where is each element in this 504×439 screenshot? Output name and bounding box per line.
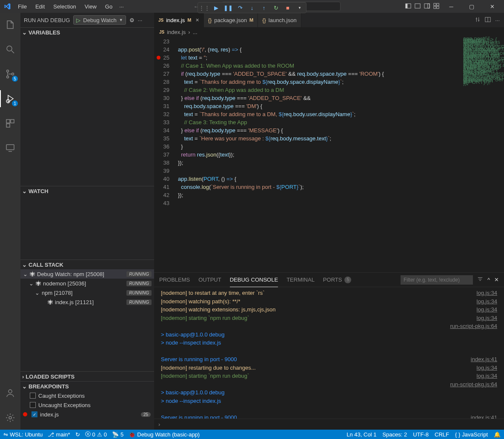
tab-launch-json[interactable]: {}launch.json (258, 13, 301, 27)
close-button[interactable]: ✕ (484, 0, 501, 13)
debug-toolbar-chevron-down-icon[interactable]: ▼ (296, 4, 304, 11)
ports-indicator[interactable]: 📡5 (112, 431, 123, 438)
extensions-icon[interactable] (0, 115, 20, 132)
gear-icon[interactable]: ⚙ (129, 17, 135, 23)
notifications-icon[interactable]: 🔔 (494, 431, 501, 438)
debug-console-input[interactable]: › (154, 419, 504, 430)
menu-file[interactable]: File (14, 2, 30, 11)
source-control-icon[interactable]: 5 (0, 66, 20, 83)
customize-layout-icon[interactable] (433, 3, 439, 10)
maximize-button[interactable]: ▢ (463, 0, 480, 13)
layout-panel-right-icon[interactable] (424, 3, 430, 10)
badge: 5 (12, 76, 18, 82)
filter-icon[interactable] (477, 276, 483, 283)
drag-handle-icon[interactable]: ⋮⋮ (200, 4, 208, 11)
compare-changes-icon[interactable] (475, 17, 481, 24)
tab-index-js[interactable]: JSindex.jsM× (154, 13, 204, 27)
loaded-scripts-section-header[interactable]: › LOADED SCRIPTS (20, 372, 154, 381)
restart-icon[interactable]: ↻ (272, 4, 280, 11)
settings-icon[interactable] (0, 409, 20, 426)
source-link[interactable]: index.js:41 (471, 413, 497, 419)
bp-file-index[interactable]: ✓ index.js 25 (20, 410, 154, 419)
step-out-icon[interactable]: ↑ (260, 4, 268, 11)
git-branch[interactable]: ⎇ main* (48, 431, 70, 438)
cursor-position[interactable]: Ln 43, Col 1 (346, 431, 376, 438)
menu-edit[interactable]: Edit (32, 2, 48, 11)
more-icon[interactable]: ··· (495, 17, 500, 23)
console-filter-input[interactable] (401, 275, 473, 285)
debug-toolbar[interactable]: ⋮⋮ ▶ ❚❚ ↷ ↓ ↑ ↻ ■ ▼ (198, 2, 306, 13)
minimize-button[interactable]: ─ (443, 0, 460, 13)
layout-panel-left-icon[interactable] (405, 3, 411, 10)
bp-caught-exceptions[interactable]: Caught Exceptions (20, 391, 154, 400)
maximize-panel-icon[interactable]: ^ (487, 277, 490, 283)
minimap[interactable]: app.post('/', (req, res) => { let text =… (461, 37, 504, 272)
line-gutter[interactable]: 2324252627282930313233343536373839404142… (154, 37, 178, 272)
source-link[interactable]: log.js:34 (477, 297, 497, 306)
source-link[interactable]: index.js:41 (471, 355, 497, 364)
callstack-section-header[interactable]: ⌄ CALL STACK (20, 260, 154, 269)
callstack-item[interactable]: ⌄npm [21078]RUNNING (20, 288, 154, 297)
callstack-item[interactable]: ⌄🕷Debug Watch: npm [25008]RUNNING (20, 269, 154, 279)
bp-uncaught-exceptions[interactable]: Uncaught Exceptions (20, 400, 154, 410)
search-icon[interactable] (0, 41, 20, 58)
count-badge: 5 (344, 277, 351, 283)
debug-status[interactable]: 🐞 Debug Watch (basic-app) (129, 431, 200, 438)
svg-rect-22 (485, 17, 490, 22)
step-over-icon[interactable]: ↷ (236, 4, 244, 11)
eol[interactable]: CRLF (435, 431, 449, 438)
tab-package-json[interactable]: {}package.jsonM (204, 13, 258, 27)
panel-tab-terminal[interactable]: TERMINAL (286, 273, 315, 287)
code-editor[interactable]: app.post('/', (req, res) => { let text =… (178, 37, 504, 272)
console-line: > basic-app@1.0.0 debug (154, 388, 504, 397)
close-panel-icon[interactable]: ✕ (494, 277, 499, 283)
checkbox[interactable] (30, 393, 36, 399)
panel-tab-output[interactable]: OUTPUT (198, 273, 221, 287)
breadcrumb[interactable]: JS index.js › ... (154, 27, 504, 37)
debug-config-select[interactable]: ▷ Debug Watch ▼ (73, 15, 126, 25)
encoding[interactable]: UTF-8 (413, 431, 429, 438)
menu-go[interactable]: Go (102, 2, 116, 11)
panel-tab-ports[interactable]: PORTS5 (323, 273, 352, 287)
layout-panel-bottom-icon[interactable] (415, 3, 421, 10)
variables-section-header[interactable]: ⌄ VARIABLES (20, 28, 154, 37)
source-link[interactable]: log.js:34 (477, 289, 497, 297)
source-link[interactable]: log.js:34 (477, 364, 497, 372)
remote-explorer-icon[interactable] (0, 140, 20, 157)
panel-tab-problems[interactable]: PROBLEMS (159, 273, 190, 287)
account-icon[interactable] (0, 385, 20, 402)
explorer-icon[interactable] (0, 16, 20, 33)
breakpoint-indicator-icon[interactable] (157, 56, 160, 60)
indent-setting[interactable]: Spaces: 2 (382, 431, 407, 438)
continue-icon[interactable]: ▶ (212, 4, 220, 11)
checkbox[interactable]: ✓ (32, 411, 37, 417)
more-icon[interactable]: ··· (138, 17, 143, 23)
checkbox[interactable] (30, 402, 36, 408)
close-tab-icon[interactable]: × (195, 17, 199, 23)
debug-icon[interactable]: 1 (0, 90, 20, 107)
source-link[interactable]: log.js:34 (477, 305, 497, 314)
debug-console-output[interactable]: [nodemon] to restart at any time, enter … (154, 287, 504, 419)
split-editor-icon[interactable] (485, 17, 491, 24)
language-mode[interactable]: { } JavaScript (455, 431, 488, 438)
panel-tab-debug-console[interactable]: DEBUG CONSOLE (230, 273, 278, 287)
source-link[interactable]: log.js:34 (477, 314, 497, 322)
pause-icon[interactable]: ❚❚ (224, 4, 232, 11)
menu-view[interactable]: View (81, 2, 100, 11)
source-link[interactable]: run-script-pkg.js:64 (450, 322, 497, 331)
step-into-icon[interactable]: ↓ (248, 4, 256, 11)
stop-icon[interactable]: ■ (284, 4, 292, 11)
menu-overflow[interactable]: ··· (116, 2, 127, 11)
svg-point-12 (7, 76, 9, 78)
problems-indicator[interactable]: ⓧ0 ⚠0 (85, 430, 107, 438)
breakpoints-section-header[interactable]: ⌄ BREAKPOINTS (20, 382, 154, 391)
git-sync[interactable]: ↻ (75, 431, 80, 438)
source-link[interactable]: run-script-pkg.js:64 (450, 380, 497, 389)
menu-selection[interactable]: Selection (50, 2, 79, 11)
watch-section-header[interactable]: ⌄ WATCH (20, 186, 154, 196)
callstack-item[interactable]: ⌄🕷nodemon [25036]RUNNING (20, 279, 154, 288)
remote-indicator[interactable]: ⇋ WSL: Ubuntu (3, 431, 43, 438)
source-link[interactable]: log.js:34 (477, 372, 497, 380)
callstack-item[interactable]: 🕷index.js [21121]RUNNING (20, 297, 154, 307)
svg-point-11 (7, 70, 9, 72)
